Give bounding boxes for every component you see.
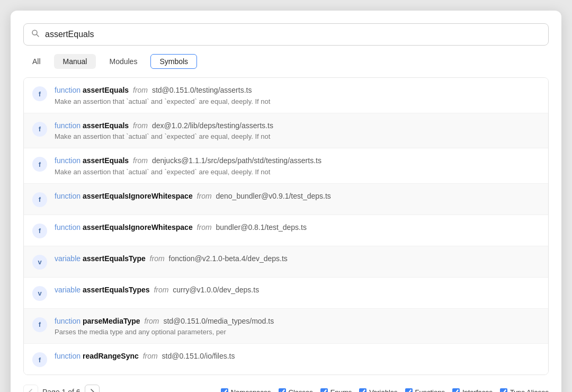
next-page-button[interactable] bbox=[85, 385, 100, 392]
list-item[interactable]: v variable assertEqualsTypes from curry@… bbox=[24, 278, 548, 309]
filter-checkbox-namespaces[interactable] bbox=[221, 388, 228, 392]
result-name: assertEqualsIgnoreWhitespace bbox=[83, 192, 193, 200]
result-title: variable assertEqualsTypes from curry@v1… bbox=[55, 285, 540, 296]
list-item[interactable]: f function assertEqualsIgnoreWhitespace … bbox=[24, 184, 548, 215]
filter-namespaces[interactable]: Namespaces bbox=[221, 388, 271, 392]
result-content: function parseMediaType from std@0.151.0… bbox=[55, 316, 540, 336]
tab-symbols[interactable]: Symbols bbox=[150, 54, 197, 69]
tabs-bar: All Manual Modules Symbols bbox=[23, 54, 549, 69]
filter-label-classes: Classes bbox=[289, 388, 313, 392]
result-name: assertEquals bbox=[83, 156, 129, 165]
result-name: assertEquals bbox=[83, 86, 129, 94]
filter-interfaces[interactable]: Interfaces bbox=[452, 388, 493, 392]
prev-page-button[interactable] bbox=[23, 385, 38, 392]
filter-checkbox-functions[interactable] bbox=[405, 388, 413, 392]
result-title: function assertEquals from dex@1.0.2/lib… bbox=[55, 121, 540, 131]
result-kind: variable bbox=[55, 254, 81, 263]
result-badge: f bbox=[32, 157, 47, 172]
filter-label-type-aliases: Type Aliases bbox=[510, 388, 549, 392]
result-desc: Make an assertion that `actual` and `exp… bbox=[55, 97, 540, 105]
result-content: function assertEquals from dex@1.0.2/lib… bbox=[55, 121, 540, 141]
filter-label-interfaces: Interfaces bbox=[462, 388, 493, 392]
list-item[interactable]: v variable assertEqualsType from fonctio… bbox=[24, 246, 548, 278]
search-input[interactable] bbox=[45, 30, 541, 39]
filter-functions[interactable]: Functions bbox=[405, 388, 445, 392]
result-desc: Make an assertion that `actual` and `exp… bbox=[55, 168, 540, 176]
result-path: deno_bundler@v0.9.1/test_deps.ts bbox=[216, 192, 330, 200]
list-item[interactable]: f function assertEquals from dex@1.0.2/l… bbox=[24, 113, 548, 149]
result-path: std@0.151.0/testing/asserts.ts bbox=[152, 86, 252, 94]
result-desc: Parses the media type and any optional p… bbox=[55, 328, 540, 336]
result-name: readRangeSync bbox=[83, 352, 139, 360]
result-badge: f bbox=[32, 224, 47, 238]
result-badge: v bbox=[32, 286, 47, 301]
filter-label-enums: Enums bbox=[330, 388, 352, 392]
list-item[interactable]: f function assertEquals from denjucks@1.… bbox=[24, 148, 548, 184]
list-item[interactable]: f function readRangeSync from std@0.151.… bbox=[24, 344, 548, 375]
list-item[interactable]: f function parseMediaType from std@0.151… bbox=[24, 309, 548, 344]
result-content: function readRangeSync from std@0.151.0/… bbox=[55, 351, 540, 362]
result-from-word: from bbox=[133, 156, 148, 165]
filter-checkbox-interfaces[interactable] bbox=[452, 388, 460, 392]
filter-checkbox-type-aliases[interactable] bbox=[500, 388, 507, 392]
result-path: std@0.151.0/media_types/mod.ts bbox=[163, 317, 274, 325]
result-content: function assertEquals from std@0.151.0/t… bbox=[55, 85, 540, 105]
result-badge: f bbox=[32, 192, 47, 207]
result-title: function assertEqualsIgnoreWhitespace fr… bbox=[55, 191, 540, 202]
filter-variables[interactable]: Variables bbox=[359, 388, 397, 392]
main-container: All Manual Modules Symbols f function as… bbox=[11, 11, 561, 392]
result-path: denjucks@1.1.1/src/deps/path/std/testing… bbox=[152, 156, 321, 165]
result-title: function assertEqualsIgnoreWhitespace fr… bbox=[55, 222, 540, 233]
footer: Page 1 of 6 Namespaces Classes Enums Var… bbox=[23, 382, 549, 392]
result-kind: function bbox=[55, 121, 81, 130]
result-from-word: from bbox=[143, 352, 158, 360]
result-content: variable assertEqualsType from fonction@… bbox=[55, 254, 540, 264]
result-title: function assertEquals from std@0.151.0/t… bbox=[55, 85, 540, 96]
result-title: variable assertEqualsType from fonction@… bbox=[55, 254, 540, 264]
result-from-word: from bbox=[145, 317, 159, 325]
result-from-word: from bbox=[133, 121, 148, 130]
filter-label-functions: Functions bbox=[415, 388, 445, 392]
result-path: std@0.151.0/io/files.ts bbox=[162, 352, 235, 360]
filter-checkbox-enums[interactable] bbox=[320, 388, 328, 392]
result-from-word: from bbox=[197, 192, 212, 200]
result-badge: v bbox=[32, 255, 47, 270]
result-kind: function bbox=[55, 86, 81, 94]
svg-line-1 bbox=[37, 35, 39, 37]
tab-manual[interactable]: Manual bbox=[54, 54, 96, 69]
page-indicator: Page 1 of 6 bbox=[42, 388, 81, 392]
result-content: function assertEqualsIgnoreWhitespace fr… bbox=[55, 191, 540, 202]
result-path: dex@1.0.2/lib/deps/testing/asserts.ts bbox=[152, 121, 273, 130]
result-badge: f bbox=[32, 86, 47, 101]
search-icon bbox=[31, 29, 40, 40]
filter-type-aliases[interactable]: Type Aliases bbox=[500, 388, 549, 392]
result-kind: function bbox=[55, 156, 81, 165]
filter-label-namespaces: Namespaces bbox=[231, 388, 271, 392]
result-kind: function bbox=[55, 352, 81, 360]
list-item[interactable]: f function assertEquals from std@0.151.0… bbox=[24, 78, 548, 113]
result-from-word: from bbox=[154, 286, 168, 294]
result-name: assertEquals bbox=[83, 121, 129, 130]
result-desc: Make an assertion that `actual` and `exp… bbox=[55, 132, 540, 140]
filter-enums[interactable]: Enums bbox=[320, 388, 352, 392]
result-from-word: from bbox=[150, 254, 165, 263]
result-from-word: from bbox=[133, 86, 148, 94]
result-badge: f bbox=[32, 352, 47, 367]
list-item[interactable]: f function assertEqualsIgnoreWhitespace … bbox=[24, 215, 548, 246]
search-bar bbox=[23, 23, 549, 46]
result-title: function parseMediaType from std@0.151.0… bbox=[55, 316, 540, 327]
result-path: fonction@v2.1.0-beta.4/dev_deps.ts bbox=[169, 254, 288, 263]
results-list: f function assertEquals from std@0.151.0… bbox=[23, 77, 549, 375]
result-kind: variable bbox=[55, 286, 81, 294]
tab-all[interactable]: All bbox=[23, 54, 50, 69]
result-name: parseMediaType bbox=[83, 317, 140, 325]
result-kind: function bbox=[55, 223, 81, 231]
result-title: function readRangeSync from std@0.151.0/… bbox=[55, 351, 540, 362]
tab-modules[interactable]: Modules bbox=[100, 54, 146, 69]
filter-checkbox-variables[interactable] bbox=[359, 388, 367, 392]
pagination: Page 1 of 6 bbox=[23, 385, 100, 392]
filter-classes[interactable]: Classes bbox=[279, 388, 313, 392]
filter-checkbox-classes[interactable] bbox=[279, 388, 286, 392]
result-kind: function bbox=[55, 192, 81, 200]
result-path: bundler@0.8.1/test_deps.ts bbox=[216, 223, 306, 231]
